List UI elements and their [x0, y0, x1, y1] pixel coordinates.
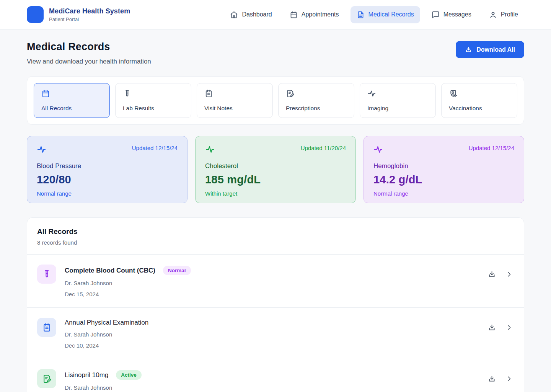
- record-type-tile: [37, 318, 56, 337]
- filter-tab-label: Visit Notes: [204, 105, 265, 112]
- nav-label: Profile: [501, 11, 518, 18]
- record-row-annual-physical[interactable]: Annual Physical Examination Dr. Sarah Jo…: [27, 307, 524, 359]
- nav-item-medical-records[interactable]: Medical Records: [350, 6, 420, 23]
- test-tube-icon: [123, 89, 184, 98]
- page-content: Medical Records View and download your h…: [27, 41, 524, 392]
- filter-tab-prescriptions[interactable]: Prescriptions: [278, 83, 354, 118]
- vital-updated: Updated 11/20/24: [301, 145, 346, 151]
- brand: MediCare Health System Patient Portal: [27, 6, 130, 23]
- calendar-icon: [41, 89, 102, 98]
- record-main: Complete Blood Count (CBC) Normal Dr. Sa…: [65, 265, 487, 297]
- download-record-button[interactable]: [487, 323, 497, 332]
- status-badge: Active: [116, 370, 142, 380]
- vital-value: 14.2 g/dL: [373, 173, 514, 186]
- pulse-icon: [373, 145, 383, 154]
- chevron-right-icon: [505, 375, 513, 383]
- brand-subtitle: Patient Portal: [49, 16, 130, 22]
- filter-tab-label: Lab Results: [123, 105, 184, 112]
- download-icon: [465, 46, 472, 53]
- record-main: Annual Physical Examination Dr. Sarah Jo…: [65, 318, 487, 349]
- filter-tab-label: Imaging: [367, 105, 428, 112]
- record-doctor: Dr. Sarah Johnson: [65, 280, 487, 286]
- nav-item-dashboard[interactable]: Dashboard: [224, 6, 278, 23]
- record-title: Complete Blood Count (CBC): [65, 267, 155, 274]
- download-all-label: Download All: [476, 46, 515, 53]
- brand-logo: [27, 6, 44, 23]
- vital-status: Normal range: [37, 190, 178, 197]
- vitals-summary-row: Updated 12/15/24 Blood Pressure 120/80 N…: [27, 136, 524, 203]
- activity-icon: [367, 89, 428, 98]
- record-title: Annual Physical Examination: [65, 319, 148, 327]
- file-text-icon: [357, 11, 365, 19]
- record-row-lisinopril[interactable]: Lisinopril 10mg Active Dr. Sarah Johnson: [27, 359, 524, 392]
- shield-user-gear-icon: [449, 89, 510, 98]
- brand-text: MediCare Health System Patient Portal: [49, 7, 130, 22]
- clipboard-icon: [42, 323, 52, 332]
- brand-title: MediCare Health System: [49, 7, 130, 15]
- record-type-tile: [37, 265, 56, 284]
- record-actions: [487, 374, 514, 384]
- pulse-icon: [37, 145, 46, 154]
- page-header-text: Medical Records View and download your h…: [27, 41, 151, 65]
- vital-name: Blood Pressure: [37, 162, 178, 170]
- download-record-button[interactable]: [487, 374, 497, 384]
- test-tube-icon: [42, 270, 52, 279]
- user-icon: [489, 11, 497, 19]
- file-pen-icon: [286, 89, 347, 98]
- download-icon: [488, 270, 496, 278]
- filter-tab-label: All Records: [41, 105, 102, 112]
- records-list-card: All Records 8 records found Complete Blo…: [27, 217, 524, 392]
- record-date: Dec 15, 2024: [65, 291, 487, 297]
- filter-tab-label: Prescriptions: [286, 105, 347, 112]
- records-list-title: All Records: [37, 227, 514, 236]
- filter-tab-all-records[interactable]: All Records: [34, 83, 110, 118]
- filter-tab-imaging[interactable]: Imaging: [360, 83, 436, 118]
- home-icon: [230, 11, 238, 19]
- record-title: Lisinopril 10mg: [65, 371, 108, 379]
- record-date: Dec 10, 2024: [65, 342, 487, 349]
- download-icon: [488, 375, 496, 383]
- vital-status: Normal range: [373, 190, 514, 197]
- download-record-button[interactable]: [487, 270, 497, 279]
- record-title-row: Annual Physical Examination: [65, 319, 487, 327]
- calendar-icon: [290, 11, 298, 19]
- download-all-button[interactable]: Download All: [456, 41, 524, 58]
- record-actions: [487, 323, 514, 332]
- record-title-row: Lisinopril 10mg Active: [65, 370, 487, 380]
- nav-label: Dashboard: [242, 11, 272, 18]
- status-badge: Normal: [163, 266, 191, 275]
- nav-item-appointments[interactable]: Appointments: [284, 6, 345, 23]
- top-navigation-bar: MediCare Health System Patient Portal Da…: [0, 0, 551, 29]
- vital-status: Within target: [205, 190, 346, 197]
- filter-tab-label: Vaccinations: [449, 105, 510, 112]
- record-row-cbc[interactable]: Complete Blood Count (CBC) Normal Dr. Sa…: [27, 254, 524, 307]
- nav-item-messages[interactable]: Messages: [425, 6, 478, 23]
- record-doctor: Dr. Sarah Johnson: [65, 384, 487, 391]
- nav-label: Messages: [443, 11, 471, 18]
- vital-name: Hemoglobin: [373, 162, 514, 170]
- record-main: Lisinopril 10mg Active Dr. Sarah Johnson: [65, 369, 487, 391]
- filter-tab-vaccinations[interactable]: Vaccinations: [441, 83, 517, 118]
- vital-updated: Updated 12/15/24: [469, 145, 514, 151]
- page-subtitle: View and download your health informatio…: [27, 58, 151, 65]
- vital-card-top: Updated 12/15/24: [37, 145, 178, 154]
- record-title-row: Complete Blood Count (CBC) Normal: [65, 266, 487, 275]
- filter-tab-visit-notes[interactable]: Visit Notes: [197, 83, 273, 118]
- open-record-button[interactable]: [504, 323, 514, 332]
- page-title: Medical Records: [27, 41, 151, 53]
- main-nav: Dashboard Appointments Medical Records M…: [224, 6, 524, 23]
- nav-item-profile[interactable]: Profile: [483, 6, 524, 23]
- pulse-icon: [205, 145, 215, 154]
- chevron-right-icon: [505, 323, 513, 332]
- page-header: Medical Records View and download your h…: [27, 41, 524, 65]
- filter-tab-lab-results[interactable]: Lab Results: [115, 83, 191, 118]
- vital-value: 120/80: [37, 173, 178, 186]
- open-record-button[interactable]: [504, 270, 514, 279]
- open-record-button[interactable]: [504, 374, 514, 384]
- vital-value: 185 mg/dL: [205, 173, 346, 186]
- file-pen-icon: [42, 374, 52, 384]
- download-icon: [488, 323, 496, 332]
- message-icon: [432, 11, 440, 19]
- records-list-header: All Records 8 records found: [27, 218, 524, 254]
- vital-card-top: Updated 11/20/24: [205, 145, 346, 154]
